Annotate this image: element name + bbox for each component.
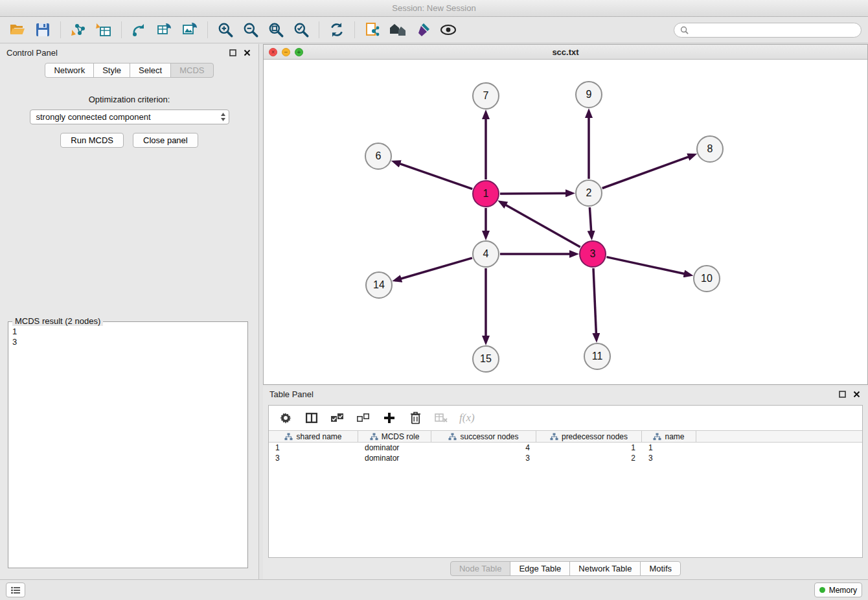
titlebar: Session: New Session xyxy=(0,0,868,17)
zoom-out-icon[interactable] xyxy=(240,19,262,40)
table-cell-shared_name[interactable]: 1 xyxy=(269,443,358,453)
columns-icon[interactable] xyxy=(304,410,319,426)
tab-mcds[interactable]: MCDS xyxy=(170,63,213,78)
table-panel-title: Table Panel xyxy=(269,389,314,399)
table-cell-successor_nodes[interactable]: 3 xyxy=(431,453,536,463)
table-cell-successor_nodes[interactable]: 4 xyxy=(431,443,536,453)
gear-icon[interactable] xyxy=(278,410,293,426)
graph-edge-2-8[interactable] xyxy=(602,155,694,189)
graph-node-2[interactable]: 2 xyxy=(575,179,602,207)
column-header-name[interactable]: name xyxy=(642,431,696,442)
control-panel: Control Panel Network Style Select MCDS … xyxy=(0,44,259,579)
column-header-filler xyxy=(696,431,862,442)
table-arrow-icon[interactable] xyxy=(154,19,176,40)
status-bar: Memory xyxy=(0,579,868,600)
table-panel: Table Panel xyxy=(263,386,868,579)
zoom-in-icon[interactable] xyxy=(214,19,236,40)
image-arrow-icon[interactable] xyxy=(179,19,201,40)
import-network-icon[interactable] xyxy=(67,19,89,40)
add-icon[interactable] xyxy=(382,410,397,426)
trash-icon[interactable] xyxy=(407,410,423,426)
float-panel-icon[interactable] xyxy=(227,47,238,58)
table-toolbar: f(x) xyxy=(269,406,862,430)
table-cell-mcds_role[interactable]: dominator xyxy=(358,453,431,463)
tab-motifs[interactable]: Motifs xyxy=(640,561,681,576)
graph-edge-2-3[interactable] xyxy=(589,207,591,237)
graph-node-14[interactable]: 14 xyxy=(365,271,393,299)
table-row[interactable]: 3dominator323 xyxy=(269,453,862,463)
graph-node-7[interactable]: 7 xyxy=(472,82,499,110)
graph-edge-1-2[interactable] xyxy=(500,193,572,194)
graph-edge-4-14[interactable] xyxy=(395,258,472,281)
graph-node-6[interactable]: 6 xyxy=(365,143,392,170)
tab-edge-table[interactable]: Edge Table xyxy=(510,561,570,576)
tab-network-table[interactable]: Network Table xyxy=(569,561,641,576)
control-panel-title: Control Panel xyxy=(6,48,58,58)
graph-edge-3-1[interactable] xyxy=(501,202,580,247)
optimization-criterion-label: Optimization criterion: xyxy=(0,95,258,104)
graph-node-8[interactable]: 8 xyxy=(696,135,724,163)
column-header-shared-name[interactable]: shared name xyxy=(269,431,358,442)
refresh-icon[interactable] xyxy=(326,19,348,40)
toolbar-separator xyxy=(121,21,122,38)
close-panel-icon[interactable] xyxy=(242,47,252,58)
graph-node-3[interactable]: 3 xyxy=(579,240,606,268)
graph-edge-3-10[interactable] xyxy=(607,257,691,275)
graph-node-4[interactable]: 4 xyxy=(472,240,499,268)
tab-select[interactable]: Select xyxy=(130,63,171,78)
graph-edge-3-11[interactable] xyxy=(593,268,597,340)
stepper-arrows-icon xyxy=(220,112,226,122)
table-header: shared nameMCDS rolesuccessor nodesprede… xyxy=(269,430,862,443)
graph-node-11[interactable]: 11 xyxy=(584,343,611,370)
toolbar-separator xyxy=(207,21,208,38)
control-panel-header: Control Panel xyxy=(0,44,258,61)
run-mcds-button[interactable]: Run MCDS xyxy=(60,133,124,148)
document-network-icon[interactable] xyxy=(361,19,383,40)
close-table-panel-icon[interactable] xyxy=(851,389,862,399)
table-cell-predecessor_nodes[interactable]: 1 xyxy=(536,443,642,453)
optimization-criterion-select[interactable]: strongly connected component xyxy=(30,110,229,124)
column-header-successor-nodes[interactable]: successor nodes xyxy=(431,431,536,442)
memory-button[interactable]: Memory xyxy=(814,583,862,597)
graph-node-15[interactable]: 15 xyxy=(472,345,499,373)
zoom-fit-icon[interactable] xyxy=(265,19,287,40)
eye-icon[interactable] xyxy=(437,19,459,40)
graph-edge-1-6[interactable] xyxy=(394,162,473,189)
search-input[interactable] xyxy=(692,25,855,34)
column-header-predecessor-nodes[interactable]: predecessor nodes xyxy=(536,431,642,442)
table-cell-mcds_role[interactable]: dominator xyxy=(358,443,431,453)
table-cell-predecessor_nodes[interactable]: 2 xyxy=(536,453,642,463)
graph-node-10[interactable]: 10 xyxy=(693,265,720,292)
save-icon[interactable] xyxy=(32,19,54,40)
import-table-icon[interactable] xyxy=(93,19,115,40)
brush-icon[interactable] xyxy=(412,19,434,40)
app-window: Session: New Session xyxy=(0,0,868,600)
graph-node-1[interactable]: 1 xyxy=(472,180,499,207)
graph-node-9[interactable]: 9 xyxy=(575,81,602,108)
search-icon xyxy=(680,26,689,34)
column-header-mcds-role[interactable]: MCDS role xyxy=(358,431,431,442)
tab-network[interactable]: Network xyxy=(45,63,94,78)
status-menu-button[interactable] xyxy=(6,583,25,597)
tab-node-table[interactable]: Node Table xyxy=(450,561,511,576)
network-window-titlebar: scc.txt × − + xyxy=(264,45,867,60)
table-row[interactable]: 1dominator411 xyxy=(269,443,862,453)
houses-icon[interactable] xyxy=(387,19,409,40)
table-tabs: Node Table Edge Table Network Table Moti… xyxy=(263,558,868,579)
network-canvas[interactable]: 7968124314101511 xyxy=(264,60,867,384)
select-all-icon[interactable] xyxy=(330,410,345,426)
open-folder-icon[interactable] xyxy=(6,19,29,40)
zoom-selected-icon[interactable] xyxy=(290,19,312,40)
tab-style[interactable]: Style xyxy=(93,63,130,78)
mcds-result-item[interactable]: 1 xyxy=(12,327,247,337)
table-cell-shared_name[interactable]: 3 xyxy=(269,453,358,463)
deselect-all-icon[interactable] xyxy=(356,410,371,426)
memory-status-icon xyxy=(819,587,825,593)
mcds-result-item[interactable]: 3 xyxy=(12,337,247,347)
close-panel-button[interactable]: Close panel xyxy=(133,133,198,148)
table-cell-name[interactable]: 3 xyxy=(642,453,696,463)
share-network-icon[interactable] xyxy=(128,19,150,40)
float-table-panel-icon[interactable] xyxy=(837,389,847,399)
table-cell-name[interactable]: 1 xyxy=(642,443,696,453)
list-icon xyxy=(11,586,20,594)
